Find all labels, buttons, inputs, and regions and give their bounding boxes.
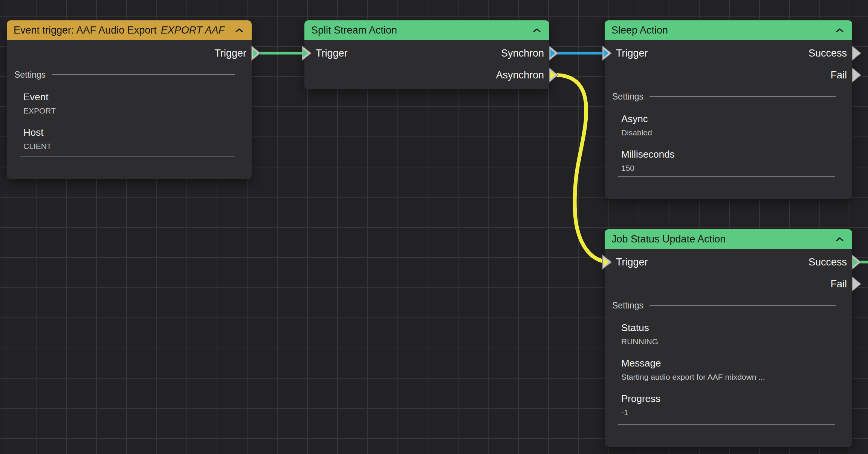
node-header-sleep-action[interactable]: Sleep Action [605, 20, 852, 40]
node-title-text: Sleep Action [611, 25, 668, 36]
node-title-emphasis: EXPORT AAF [161, 25, 225, 36]
port-row: TriggerSuccess [605, 42, 852, 64]
settings-heading-divider [52, 74, 235, 75]
node-bottom-divider [618, 176, 835, 177]
port-row: Fail [605, 64, 852, 86]
output-port-asynchron[interactable] [549, 68, 558, 82]
node-job-status-update-action[interactable]: Job Status Update ActionTriggerSuccessFa… [605, 229, 852, 447]
input-port-label-trigger: Trigger [304, 48, 348, 59]
output-port-synchron[interactable] [549, 46, 558, 60]
node-split-stream-action[interactable]: Split Stream ActionTriggerSynchronAsynch… [304, 20, 549, 89]
output-port-label-success: Success [808, 48, 852, 59]
setting-item-message[interactable]: MessageStarting audio export for AAF mix… [605, 357, 852, 382]
node-bottom-divider [618, 424, 835, 425]
output-port-label-fail: Fail [830, 69, 852, 81]
port-triangle-icon[interactable] [549, 68, 558, 82]
setting-item-status[interactable]: StatusRUNNING [605, 322, 852, 346]
output-port-label-trigger: Trigger [214, 48, 252, 59]
ports-section: Trigger [7, 40, 252, 64]
node-sleep-action[interactable]: Sleep ActionTriggerSuccessFailSettingsAs… [605, 20, 852, 199]
port-connected-indicator [550, 71, 555, 79]
settings-heading-label: Settings [612, 92, 643, 102]
node-editor-canvas[interactable]: Event trigger: AAF Audio ExportEXPORT AA… [0, 0, 868, 454]
output-port-label-success: Success [808, 256, 852, 268]
port-triangle-icon[interactable] [549, 46, 558, 60]
setting-item-host[interactable]: HostCLIENT [7, 127, 252, 151]
output-port-fail[interactable] [852, 277, 861, 291]
node-header-event-trigger[interactable]: Event trigger: AAF Audio ExportEXPORT AA… [7, 20, 252, 40]
port-row: Fail [605, 273, 852, 295]
port-row: TriggerSuccess [605, 251, 852, 273]
input-port-label-trigger: Trigger [605, 256, 648, 268]
setting-label: Message [621, 357, 852, 369]
settings-heading-divider [649, 96, 836, 97]
node-title-text: Split Stream Action [311, 25, 397, 36]
ports-section: TriggerSynchronAsynchron [304, 40, 549, 86]
ports-section: TriggerSuccessFail [605, 249, 852, 295]
setting-label: Milliseconds [621, 149, 852, 160]
input-port-label-trigger: Trigger [605, 48, 648, 59]
settings-heading: Settings [605, 300, 852, 311]
setting-item-event[interactable]: EventEXPORT [7, 91, 252, 115]
ports-section: TriggerSuccessFail [605, 40, 852, 86]
node-title: Sleep Action [611, 25, 668, 36]
setting-value: Starting audio export for AAF mixdown ..… [621, 372, 852, 382]
port-row: Asynchron [304, 64, 549, 86]
setting-value: CLIENT [23, 141, 252, 151]
node-title: Event trigger: AAF Audio ExportEXPORT AA… [14, 25, 225, 36]
port-connected-indicator [253, 49, 258, 57]
setting-value: Disabled [621, 128, 852, 137]
output-port-label-asynchron: Asynchron [496, 69, 549, 81]
setting-item-async[interactable]: AsyncDisabled [605, 113, 852, 137]
node-title-text: Job Status Update Action [611, 233, 726, 245]
setting-label: Status [621, 322, 852, 333]
wire-asynchron-to-job-status-trigger[interactable] [558, 75, 609, 262]
setting-label: Progress [621, 393, 852, 404]
setting-item-milliseconds[interactable]: Milliseconds150 [605, 149, 852, 173]
setting-value: -1 [621, 408, 852, 417]
port-triangle-icon[interactable] [852, 68, 861, 82]
port-connected-indicator [853, 258, 858, 266]
settings-heading: Settings [7, 69, 252, 80]
output-port-success[interactable] [852, 255, 861, 269]
output-port-label-synchron: Synchron [501, 48, 549, 59]
collapse-chevron-up-icon[interactable] [836, 28, 844, 33]
setting-value: RUNNING [621, 337, 852, 346]
node-title: Job Status Update Action [611, 233, 726, 245]
port-triangle-icon[interactable] [852, 46, 861, 60]
node-title: Split Stream Action [311, 25, 397, 36]
output-port-success[interactable] [852, 46, 861, 60]
setting-value: EXPORT [23, 106, 252, 115]
node-header-split-stream-action[interactable]: Split Stream Action [304, 20, 549, 40]
port-triangle-icon[interactable] [852, 255, 861, 269]
setting-label: Host [23, 127, 252, 138]
port-row: TriggerSynchron [304, 42, 549, 64]
setting-label: Async [621, 113, 852, 124]
node-bottom-divider [20, 156, 234, 157]
port-triangle-icon[interactable] [852, 277, 861, 291]
node-header-job-status-update-action[interactable]: Job Status Update Action [605, 229, 852, 249]
collapse-chevron-up-icon[interactable] [836, 237, 844, 242]
collapse-chevron-up-icon[interactable] [235, 28, 243, 33]
settings-heading-divider [649, 305, 836, 306]
node-event-trigger[interactable]: Event trigger: AAF Audio ExportEXPORT AA… [7, 20, 252, 179]
output-port-label-fail: Fail [830, 278, 852, 290]
port-connected-indicator [550, 49, 555, 57]
setting-item-progress[interactable]: Progress-1 [605, 393, 852, 417]
port-triangle-icon[interactable] [252, 46, 260, 60]
settings-heading-label: Settings [612, 301, 643, 311]
output-port-fail[interactable] [852, 68, 861, 82]
collapse-chevron-up-icon[interactable] [533, 28, 541, 33]
setting-value: 150 [621, 163, 852, 173]
port-row: Trigger [7, 42, 252, 64]
output-port-trigger[interactable] [252, 46, 260, 60]
node-title-text: Event trigger: AAF Audio Export [14, 25, 157, 36]
settings-heading-label: Settings [14, 70, 46, 80]
setting-label: Event [23, 91, 252, 103]
settings-heading: Settings [605, 91, 852, 102]
